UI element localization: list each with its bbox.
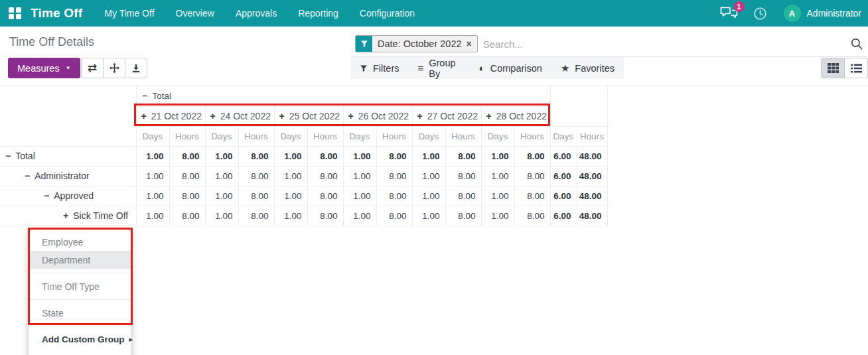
row-header-administrator[interactable]: −Administrator xyxy=(0,166,136,186)
filter-menu-comparison[interactable]: ◐Comparison xyxy=(470,57,551,79)
user-avatar[interactable]: A xyxy=(784,5,801,22)
groupby-option-time-off-type[interactable]: Time Off Type xyxy=(29,277,131,295)
facet-remove-icon[interactable]: × xyxy=(467,39,472,48)
download-button[interactable] xyxy=(125,58,147,78)
search-facet[interactable]: Date: October 2022 × xyxy=(355,35,478,52)
measure-header-days[interactable]: Days xyxy=(412,126,445,146)
expand-icon[interactable]: + xyxy=(210,111,216,121)
messages-button[interactable]: 1 xyxy=(720,6,738,21)
add-custom-group-item[interactable]: Add Custom Group ▸ xyxy=(29,330,131,348)
pivot-cell[interactable]: 8.00 xyxy=(376,166,412,186)
pivot-cell[interactable]: 1.00 xyxy=(274,186,307,206)
apps-menu-icon[interactable] xyxy=(9,7,21,20)
pivot-cell[interactable]: 8.00 xyxy=(307,186,343,206)
col-header-27-oct-2022[interactable]: +27 Oct 2022 xyxy=(412,106,481,126)
pivot-cell[interactable]: 6.00 xyxy=(550,186,577,206)
expand-icon[interactable]: + xyxy=(141,111,147,121)
expand-icon[interactable]: + xyxy=(279,111,285,121)
measure-header-hours[interactable]: Hours xyxy=(514,126,550,146)
search-input[interactable] xyxy=(483,38,851,50)
measure-header-days[interactable]: Days xyxy=(343,126,376,146)
pivot-cell[interactable]: 8.00 xyxy=(376,206,412,226)
collapse-icon[interactable]: − xyxy=(25,171,30,181)
pivot-cell[interactable]: 1.00 xyxy=(343,146,376,166)
pivot-cell[interactable]: 1.00 xyxy=(274,206,307,226)
pivot-cell[interactable]: 8.00 xyxy=(514,206,550,226)
measure-header-days[interactable]: Days xyxy=(481,126,514,146)
expand-icon[interactable]: + xyxy=(348,111,354,121)
pivot-cell[interactable]: 1.00 xyxy=(412,166,445,186)
measure-header-hours[interactable]: Hours xyxy=(445,126,481,146)
pivot-cell[interactable]: 8.00 xyxy=(238,206,274,226)
pivot-cell[interactable]: 8.00 xyxy=(307,146,343,166)
collapse-icon[interactable]: − xyxy=(143,91,148,101)
row-header-sick-time-off[interactable]: +Sick Time Off xyxy=(0,206,136,226)
measure-header-hours[interactable]: Hours xyxy=(376,126,412,146)
pivot-cell[interactable]: 1.00 xyxy=(205,146,238,166)
pivot-cell[interactable]: 1.00 xyxy=(481,146,514,166)
col-header-total[interactable]: −Total xyxy=(136,86,550,106)
expand-icon[interactable]: + xyxy=(63,210,68,221)
pivot-cell[interactable]: 1.00 xyxy=(343,166,376,186)
col-header-28-oct-2022[interactable]: +28 Oct 2022 xyxy=(481,106,550,126)
pivot-cell[interactable]: 1.00 xyxy=(412,146,445,166)
pivot-cell[interactable]: 8.00 xyxy=(445,146,481,166)
pivot-cell[interactable]: 8.00 xyxy=(169,146,205,166)
measures-button[interactable]: Measures ▼ xyxy=(8,58,80,78)
col-header-25-oct-2022[interactable]: +25 Oct 2022 xyxy=(274,106,343,126)
filter-menu-group-by[interactable]: ≡Group By xyxy=(408,57,469,79)
col-header-26-oct-2022[interactable]: +26 Oct 2022 xyxy=(343,106,412,126)
flip-axis-button[interactable]: ⇄ xyxy=(81,58,104,78)
pivot-cell[interactable]: 8.00 xyxy=(514,186,550,206)
collapse-icon[interactable]: − xyxy=(44,190,49,201)
pivot-cell[interactable]: 1.00 xyxy=(274,146,307,166)
collapse-icon[interactable]: − xyxy=(5,151,11,161)
col-header-21-oct-2022[interactable]: +21 Oct 2022 xyxy=(136,106,205,126)
pivot-cell[interactable]: 8.00 xyxy=(169,206,205,226)
pivot-cell[interactable]: 1.00 xyxy=(481,186,514,206)
pivot-cell[interactable]: 8.00 xyxy=(169,166,205,186)
pivot-cell[interactable]: 8.00 xyxy=(376,146,412,166)
groupby-option-employee[interactable]: Employee xyxy=(29,233,131,251)
pivot-cell[interactable]: 48.00 xyxy=(577,206,607,226)
pivot-cell[interactable]: 8.00 xyxy=(445,186,481,206)
measure-header-days[interactable]: Days xyxy=(550,126,577,146)
pivot-cell[interactable]: 1.00 xyxy=(205,186,238,206)
pivot-cell[interactable]: 48.00 xyxy=(577,186,607,206)
filter-menu-favorites[interactable]: ★Favorites xyxy=(551,57,624,79)
pivot-cell[interactable]: 48.00 xyxy=(577,146,607,166)
pivot-cell[interactable]: 8.00 xyxy=(238,186,274,206)
pivot-cell[interactable]: 1.00 xyxy=(274,166,307,186)
pivot-cell[interactable]: 8.00 xyxy=(238,166,274,186)
pivot-cell[interactable]: 8.00 xyxy=(307,166,343,186)
nav-item-my-time-off[interactable]: My Time Off xyxy=(94,0,165,27)
nav-item-overview[interactable]: Overview xyxy=(165,0,225,27)
measure-header-days[interactable]: Days xyxy=(205,126,238,146)
search-icon[interactable] xyxy=(851,38,863,50)
pivot-cell[interactable]: 1.00 xyxy=(136,186,169,206)
groupby-option-department[interactable]: Department xyxy=(29,251,131,269)
pivot-cell[interactable]: 8.00 xyxy=(445,166,481,186)
pivot-cell[interactable]: 1.00 xyxy=(343,186,376,206)
measure-header-days[interactable]: Days xyxy=(274,126,307,146)
row-header-total[interactable]: −Total xyxy=(0,146,136,166)
pivot-cell[interactable]: 1.00 xyxy=(136,146,169,166)
measure-header-hours[interactable]: Hours xyxy=(169,126,205,146)
pivot-cell[interactable]: 8.00 xyxy=(514,166,550,186)
list-view-button[interactable] xyxy=(844,58,868,78)
pivot-cell[interactable]: 8.00 xyxy=(514,146,550,166)
pivot-cell[interactable]: 1.00 xyxy=(205,206,238,226)
pivot-cell[interactable]: 8.00 xyxy=(376,186,412,206)
measure-header-hours[interactable]: Hours xyxy=(238,126,274,146)
pivot-cell[interactable]: 1.00 xyxy=(412,186,445,206)
measure-header-days[interactable]: Days xyxy=(136,126,169,146)
col-header-24-oct-2022[interactable]: +24 Oct 2022 xyxy=(205,106,274,126)
pivot-cell[interactable]: 8.00 xyxy=(307,206,343,226)
pivot-cell[interactable]: 6.00 xyxy=(550,166,577,186)
expand-icon[interactable]: + xyxy=(486,111,492,121)
pivot-cell[interactable]: 1.00 xyxy=(136,166,169,186)
pivot-cell[interactable]: 8.00 xyxy=(169,186,205,206)
measure-header-hours[interactable]: Hours xyxy=(577,126,607,146)
pivot-cell[interactable]: 1.00 xyxy=(481,206,514,226)
pivot-cell[interactable]: 1.00 xyxy=(205,166,238,186)
